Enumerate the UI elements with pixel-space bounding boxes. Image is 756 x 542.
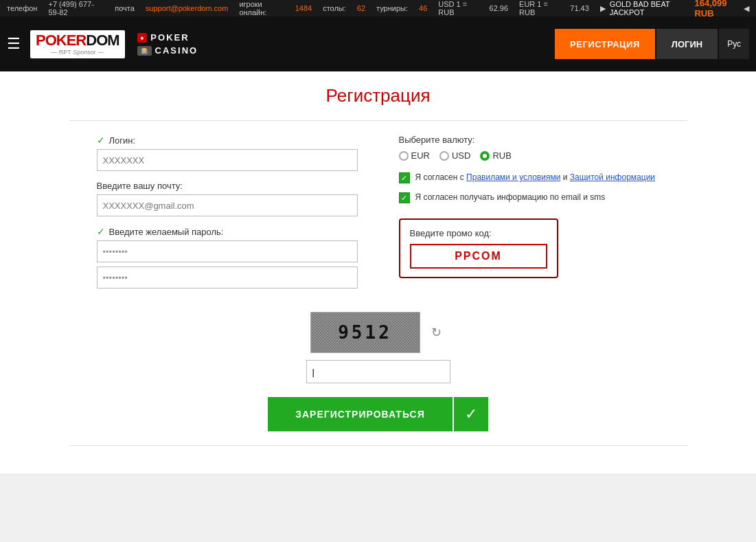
password-label: ✓ Введите желаемый пароль: bbox=[97, 226, 358, 237]
login-label-text: Логин: bbox=[109, 135, 136, 146]
eur-label: EUR bbox=[411, 150, 430, 161]
nav-casino-item: 🎰 CASINO bbox=[137, 45, 198, 56]
logo-sub: — RPT Sponsor — bbox=[36, 49, 119, 56]
eur-rate: 71.43 bbox=[570, 4, 589, 12]
email-label: Введите вашу почту: bbox=[97, 181, 358, 191]
tournaments-count: 46 bbox=[419, 4, 427, 12]
players-label: игроки онлайн: bbox=[239, 0, 284, 16]
terms-text: Я согласен с Правилами и условиями и Защ… bbox=[415, 172, 656, 183]
tables-label: столы: bbox=[323, 4, 346, 12]
usd-radio[interactable] bbox=[439, 151, 449, 161]
currency-rub[interactable]: RUB bbox=[480, 150, 511, 161]
nav-casino-label: CASINO bbox=[155, 45, 198, 56]
submit-button[interactable]: ЗАРЕГИСТРИРОВАТЬСЯ bbox=[268, 397, 453, 431]
captcha-row: 9512 ↻ bbox=[310, 312, 446, 353]
password-check-icon: ✓ bbox=[97, 226, 105, 237]
usd-label: USD 1 = RUB bbox=[438, 0, 478, 16]
form-columns: ✓ Логин: Введите вашу почту: ✓ bbox=[97, 135, 660, 298]
logo-poker: POKER bbox=[36, 32, 86, 49]
page-title: Регистрация bbox=[0, 85, 756, 106]
captcha-image: 9512 bbox=[310, 312, 420, 353]
phone-label: телефон bbox=[7, 4, 37, 12]
terms-checkbox-group: Я согласен с Правилами и условиями и Защ… bbox=[399, 172, 660, 183]
register-button[interactable]: РЕГИСТРАЦИЯ bbox=[555, 29, 655, 59]
language-button[interactable]: Рус bbox=[719, 29, 749, 59]
form-left: ✓ Логин: Введите вашу почту: ✓ bbox=[97, 135, 358, 298]
phone-number: +7 (499) 677-59-82 bbox=[48, 0, 104, 16]
password-label-text: Введите желаемый пароль: bbox=[109, 227, 224, 237]
logo-dom: DOM bbox=[86, 32, 119, 49]
top-bar: телефон +7 (499) 677-59-82 почта support… bbox=[0, 0, 756, 16]
terms-checkbox[interactable] bbox=[399, 172, 410, 183]
login-button[interactable]: ЛОГИН bbox=[656, 29, 718, 59]
registration-form: ✓ Логин: Введите вашу почту: ✓ bbox=[69, 120, 687, 446]
captcha-refresh-button[interactable]: ↻ bbox=[427, 323, 446, 342]
email-field-group: Введите вашу почту: bbox=[97, 181, 358, 216]
nav-poker-item: ♠ POKER bbox=[137, 32, 198, 43]
header: ☰ POKERDOM — RPT Sponsor — ♠ POKER 🎰 CAS… bbox=[0, 16, 756, 71]
promo-label: Введите промо код: bbox=[410, 228, 547, 238]
terms-link[interactable]: Правилами и условиями bbox=[466, 172, 560, 182]
password-input[interactable] bbox=[97, 240, 358, 262]
jackpot-amount: 164,099 RUB bbox=[694, 0, 740, 16]
submit-row: ЗАРЕГИСТРИРОВАТЬСЯ ✓ bbox=[97, 397, 660, 431]
email-input[interactable] bbox=[97, 194, 358, 216]
tournaments-label: турниры: bbox=[376, 4, 408, 12]
usd-label: USD bbox=[452, 150, 470, 161]
captcha-section: 9512 ↻ bbox=[97, 312, 660, 383]
password-field-group: ✓ Введите желаемый пароль: bbox=[97, 226, 358, 289]
rub-label: RUB bbox=[492, 150, 511, 161]
password-confirm-input[interactable] bbox=[97, 267, 358, 289]
login-label: ✓ Логин: bbox=[97, 135, 358, 146]
form-right: Выберите валюту: EUR USD RUB bbox=[399, 135, 660, 298]
email-label: почта bbox=[115, 4, 135, 12]
currency-options: EUR USD RUB bbox=[399, 150, 660, 161]
casino-nav-icon: 🎰 bbox=[137, 46, 152, 56]
jackpot-end-icon: ◀ bbox=[744, 4, 749, 13]
jackpot-section: ▶ GOLD BAD BEAT JACKPOT 164,099 RUB ◀ bbox=[600, 0, 749, 16]
logo-right: ♠ POKER 🎰 CASINO bbox=[137, 32, 198, 56]
login-check-icon: ✓ bbox=[97, 135, 105, 146]
logo-area: POKERDOM — RPT Sponsor — ♠ POKER 🎰 CASIN… bbox=[30, 30, 198, 58]
sms-text: Я согласен получать информацию по email … bbox=[415, 192, 606, 203]
jackpot-label: GOLD BAD BEAT JACKPOT bbox=[610, 0, 691, 16]
tables-count: 62 bbox=[357, 4, 365, 12]
currency-label: Выберите валюту: bbox=[399, 135, 660, 145]
players-count: 1484 bbox=[295, 4, 312, 12]
currency-section: Выберите валюту: EUR USD RUB bbox=[399, 135, 660, 161]
rub-radio[interactable] bbox=[480, 151, 490, 161]
sms-checkbox-group: Я согласен получать информацию по email … bbox=[399, 192, 660, 203]
currency-eur[interactable]: EUR bbox=[399, 150, 430, 161]
captcha-text: 9512 bbox=[338, 322, 392, 343]
promo-row bbox=[410, 244, 547, 269]
sms-checkbox[interactable] bbox=[399, 192, 410, 203]
email-label-text: Введите вашу почту: bbox=[97, 181, 183, 191]
login-input[interactable] bbox=[97, 149, 358, 171]
eur-radio[interactable] bbox=[399, 151, 409, 161]
usd-rate: 62.96 bbox=[490, 4, 509, 12]
terms-text-prefix: Я согласен с bbox=[415, 172, 467, 182]
login-field-group: ✓ Логин: bbox=[97, 135, 358, 171]
promo-input[interactable] bbox=[410, 244, 547, 269]
menu-button[interactable]: ☰ bbox=[7, 35, 21, 53]
eur-label: EUR 1 = RUB bbox=[519, 0, 559, 16]
captcha-input[interactable] bbox=[306, 360, 450, 383]
currency-usd[interactable]: USD bbox=[439, 150, 470, 161]
nav-poker-label: POKER bbox=[150, 32, 189, 43]
submit-check-button[interactable]: ✓ bbox=[454, 397, 488, 431]
main-content: Регистрация ✓ Логин: Введите вашу почту: bbox=[0, 71, 756, 473]
play-icon: ▶ bbox=[600, 4, 606, 13]
promo-section: Введите промо код: bbox=[399, 218, 558, 278]
support-email: support@pokerdom.com bbox=[146, 4, 229, 12]
logo-box: POKERDOM — RPT Sponsor — bbox=[30, 30, 125, 58]
terms-text-mid: и bbox=[560, 172, 569, 182]
privacy-link[interactable]: Защитой информации bbox=[570, 172, 655, 182]
poker-nav-icon: ♠ bbox=[137, 33, 148, 43]
